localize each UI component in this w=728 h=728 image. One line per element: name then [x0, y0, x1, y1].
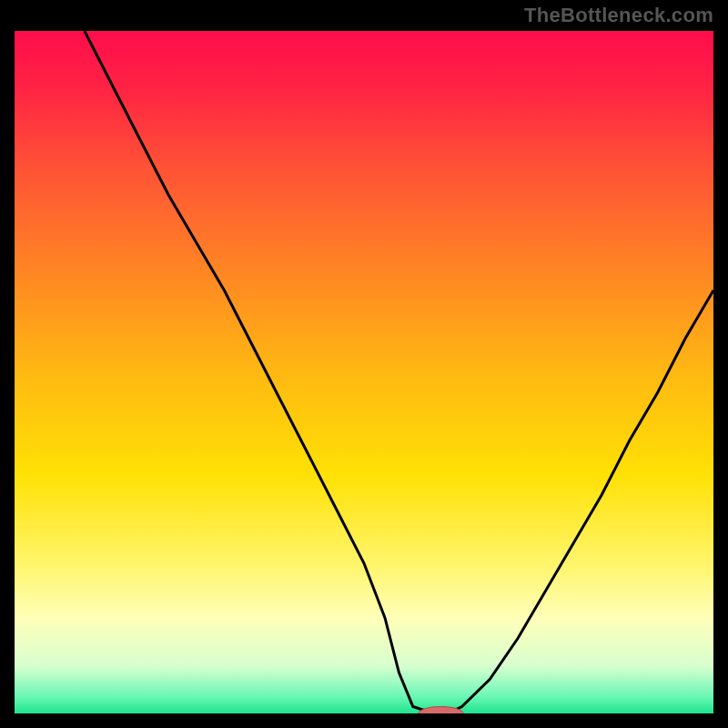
chart-frame: TheBottleneck.com: [0, 0, 728, 728]
plot-area: [15, 31, 713, 713]
gradient-background: [15, 31, 713, 713]
bottleneck-chart: [15, 31, 713, 713]
watermark-text: TheBottleneck.com: [524, 4, 713, 27]
